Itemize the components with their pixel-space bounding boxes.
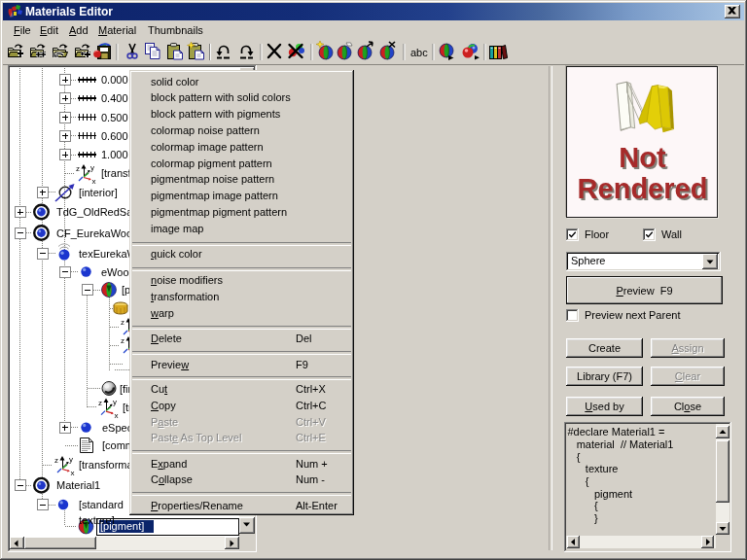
svg-text:y: y <box>69 455 73 464</box>
svg-text:z: z <box>54 456 58 465</box>
svg-text:y: y <box>90 163 94 172</box>
svg-text:z: z <box>76 164 80 173</box>
svg-text:z: z <box>98 399 102 407</box>
svg-text:x: x <box>115 411 119 420</box>
svg-text:z: z <box>121 336 124 345</box>
svg-text:x: x <box>71 469 75 477</box>
svg-text:y: y <box>113 398 117 406</box>
svg-text:abc: abc <box>410 47 428 58</box>
svg-text:z: z <box>121 318 124 327</box>
